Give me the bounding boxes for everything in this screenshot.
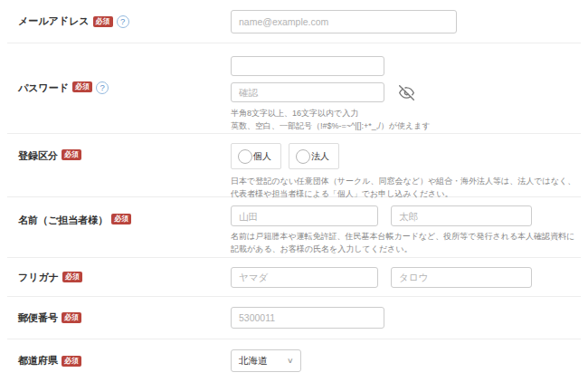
registration-form: メールアドレス 必須 ? パスワード 必須 ?: [0, 0, 588, 382]
furigana-label-cell: フリガナ 必須: [7, 271, 231, 284]
required-badge: 必須: [62, 356, 81, 367]
required-badge: 必須: [62, 149, 81, 160]
email-content: [231, 10, 581, 33]
form-row-email: メールアドレス 必須 ?: [7, 0, 581, 43]
radio-option-label: 個人: [253, 150, 271, 163]
first-name-kana-input[interactable]: [391, 267, 532, 288]
prefecture-label: 都道府県: [18, 354, 58, 368]
registration-type-label-cell: 登録区分 必須: [7, 134, 231, 196]
password-label: パスワード: [18, 81, 69, 95]
email-label-cell: メールアドレス 必須 ?: [7, 14, 231, 28]
postal-code-input[interactable]: [231, 307, 384, 329]
form-row-postal-code: 郵便番号 必須: [7, 297, 581, 339]
name-inputs: [231, 205, 581, 226]
radio-option-corporate[interactable]: 法人: [289, 143, 339, 169]
last-name-input[interactable]: [231, 205, 378, 226]
form-row-prefecture: 都道府県 必須 北海道 ∨: [7, 339, 581, 382]
registration-type-options: 個人 法人: [231, 143, 581, 169]
prefecture-select[interactable]: 北海道 ∨: [231, 349, 301, 372]
eye-slash-icon[interactable]: [399, 85, 414, 100]
prefecture-label-cell: 都道府県 必須: [7, 354, 231, 368]
first-name-input[interactable]: [391, 205, 532, 226]
form-row-furigana: フリガナ 必須: [7, 258, 581, 297]
registration-type-label: 登録区分: [18, 149, 58, 163]
email-input[interactable]: [231, 10, 457, 33]
name-label: 名前（ご担当者様）: [18, 214, 108, 227]
password-help: 半角8文字以上、16文字以内で入力 英数、空白、一部記号（!#$%-=~^|[]…: [231, 108, 581, 133]
radio-circle-icon: [238, 149, 252, 164]
password-help-line1: 半角8文字以上、16文字以内で入力: [231, 108, 581, 120]
password-confirm-line: [231, 82, 581, 102]
radio-option-label: 法人: [311, 150, 329, 163]
postal-code-label-cell: 郵便番号 必須: [7, 311, 231, 325]
required-badge: 必須: [62, 312, 81, 323]
radio-option-individual[interactable]: 個人: [231, 143, 281, 169]
name-label-cell: 名前（ご担当者様） 必須: [7, 197, 231, 257]
help-icon[interactable]: ?: [96, 81, 109, 94]
password-input[interactable]: [231, 56, 384, 76]
name-help: 名前は戸籍謄本や運転免許証、住民基本台帳カードなど、役所等で発行される本人確認資…: [231, 231, 581, 256]
form-row-password: パスワード 必須 ? 半角8文字以上、16文字以内で入力 英数、空白、一部記号（…: [7, 43, 581, 134]
password-help-line2: 英数、空白、一部記号（!#$%-=~^|[]:+*_,/）が使えます: [231, 120, 581, 133]
password-confirm-input[interactable]: [231, 82, 384, 102]
required-badge: 必須: [93, 16, 113, 27]
postal-code-content: [231, 307, 581, 329]
postal-code-label: 郵便番号: [18, 311, 58, 325]
email-label: メールアドレス: [18, 14, 90, 28]
required-badge: 必須: [111, 214, 131, 224]
name-content: 名前は戸籍謄本や運転免許証、住民基本台帳カードなど、役所等で発行される本人確認資…: [231, 197, 581, 257]
password-content: 半角8文字以上、16文字以内で入力 英数、空白、一部記号（!#$%-=~^|[]…: [231, 43, 581, 133]
furigana-inputs: [231, 267, 581, 288]
password-label-cell: パスワード 必須 ?: [7, 43, 231, 133]
prefecture-content: 北海道 ∨: [231, 349, 581, 372]
furigana-label: フリガナ: [18, 271, 59, 284]
prefecture-selected-value: 北海道: [239, 355, 268, 368]
form-row-registration-type: 登録区分 必須 個人 法人 日本で登記のない任意団体（サークル、同窓会など）や組…: [7, 134, 581, 197]
help-icon[interactable]: ?: [117, 15, 129, 28]
furigana-content: [231, 267, 581, 288]
form-row-name: 名前（ご担当者様） 必須 名前は戸籍謄本や運転免許証、住民基本台帳カードなど、役…: [7, 197, 581, 258]
radio-circle-icon: [296, 149, 310, 164]
required-badge: 必須: [62, 272, 82, 282]
required-badge: 必須: [72, 81, 92, 92]
registration-type-content: 個人 法人 日本で登記のない任意団体（サークル、同窓会など）や組合・海外法人等は…: [231, 134, 581, 196]
chevron-down-icon: ∨: [287, 357, 294, 365]
last-name-kana-input[interactable]: [231, 267, 378, 288]
name-help-text: 名前は戸籍謄本や運転免許証、住民基本台帳カードなど、役所等で発行される本人確認資…: [231, 231, 581, 256]
